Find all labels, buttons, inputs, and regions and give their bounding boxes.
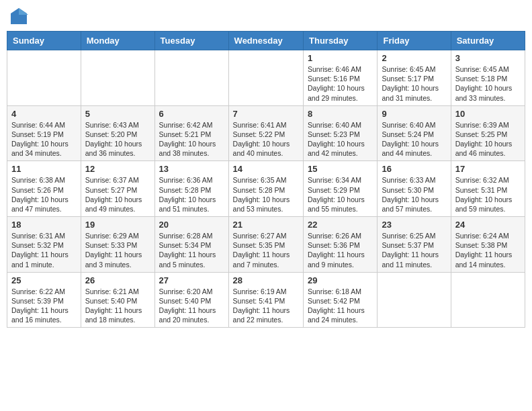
day-number: 1 <box>308 53 373 63</box>
day-info: Sunrise: 6:29 AM Sunset: 5:33 PM Dayligh… <box>85 231 150 269</box>
day-number: 20 <box>159 220 224 230</box>
day-number: 26 <box>85 275 150 285</box>
day-number: 25 <box>11 275 77 285</box>
day-info: Sunrise: 6:31 AM Sunset: 5:32 PM Dayligh… <box>11 231 77 269</box>
day-number: 9 <box>382 109 446 119</box>
day-number: 29 <box>308 275 373 285</box>
day-number: 14 <box>233 164 299 174</box>
day-info: Sunrise: 6:18 AM Sunset: 5:42 PM Dayligh… <box>308 287 373 325</box>
calendar-cell: 18Sunrise: 6:31 AM Sunset: 5:32 PM Dayli… <box>7 217 81 273</box>
day-info: Sunrise: 6:35 AM Sunset: 5:28 PM Dayligh… <box>233 175 299 214</box>
day-info: Sunrise: 6:25 AM Sunset: 5:37 PM Dayligh… <box>382 231 446 269</box>
day-info: Sunrise: 6:40 AM Sunset: 5:23 PM Dayligh… <box>308 120 373 158</box>
calendar-cell <box>154 50 228 106</box>
calendar-cell: 22Sunrise: 6:26 AM Sunset: 5:36 PM Dayli… <box>304 217 378 273</box>
day-number: 2 <box>382 53 446 63</box>
calendar-cell: 29Sunrise: 6:18 AM Sunset: 5:42 PM Dayli… <box>304 272 378 328</box>
calendar-cell: 11Sunrise: 6:38 AM Sunset: 5:26 PM Dayli… <box>7 161 81 217</box>
calendar-week-row: 1Sunrise: 6:46 AM Sunset: 5:16 PM Daylig… <box>7 50 525 106</box>
calendar-cell <box>7 50 81 106</box>
calendar-cell: 24Sunrise: 6:24 AM Sunset: 5:38 PM Dayli… <box>451 217 525 273</box>
column-header-friday: Friday <box>378 32 451 50</box>
calendar-cell: 9Sunrise: 6:40 AM Sunset: 5:24 PM Daylig… <box>378 105 451 161</box>
day-info: Sunrise: 6:39 AM Sunset: 5:25 PM Dayligh… <box>455 120 521 158</box>
calendar-cell: 8Sunrise: 6:40 AM Sunset: 5:23 PM Daylig… <box>304 105 378 161</box>
day-info: Sunrise: 6:26 AM Sunset: 5:36 PM Dayligh… <box>308 231 373 269</box>
day-info: Sunrise: 6:44 AM Sunset: 5:19 PM Dayligh… <box>11 120 77 158</box>
day-info: Sunrise: 6:33 AM Sunset: 5:30 PM Dayligh… <box>382 175 446 214</box>
day-info: Sunrise: 6:45 AM Sunset: 5:17 PM Dayligh… <box>382 64 446 103</box>
calendar-cell: 17Sunrise: 6:32 AM Sunset: 5:31 PM Dayli… <box>451 161 525 217</box>
day-number: 10 <box>455 109 521 119</box>
day-number: 6 <box>159 109 224 119</box>
calendar-cell: 21Sunrise: 6:27 AM Sunset: 5:35 PM Dayli… <box>228 217 303 273</box>
day-number: 7 <box>233 109 299 119</box>
calendar-cell: 25Sunrise: 6:22 AM Sunset: 5:39 PM Dayli… <box>7 272 81 328</box>
calendar-cell: 13Sunrise: 6:36 AM Sunset: 5:28 PM Dayli… <box>154 161 228 217</box>
calendar-cell: 23Sunrise: 6:25 AM Sunset: 5:37 PM Dayli… <box>378 217 451 273</box>
calendar-week-row: 18Sunrise: 6:31 AM Sunset: 5:32 PM Dayli… <box>7 217 525 273</box>
logo-icon <box>9 7 28 26</box>
day-number: 8 <box>308 109 373 119</box>
calendar-table: SundayMondayTuesdayWednesdayThursdayFrid… <box>7 31 525 328</box>
day-info: Sunrise: 6:21 AM Sunset: 5:40 PM Dayligh… <box>85 287 150 325</box>
calendar-cell <box>81 50 154 106</box>
day-number: 3 <box>455 53 521 63</box>
day-info: Sunrise: 6:27 AM Sunset: 5:35 PM Dayligh… <box>233 231 299 269</box>
calendar-week-row: 4Sunrise: 6:44 AM Sunset: 5:19 PM Daylig… <box>7 105 525 161</box>
column-header-monday: Monday <box>81 32 154 50</box>
day-info: Sunrise: 6:32 AM Sunset: 5:31 PM Dayligh… <box>455 175 521 214</box>
day-number: 21 <box>233 220 299 230</box>
day-number: 12 <box>85 164 150 174</box>
column-header-saturday: Saturday <box>451 32 525 50</box>
calendar-header-row: SundayMondayTuesdayWednesdayThursdayFrid… <box>7 32 525 50</box>
calendar-cell: 27Sunrise: 6:20 AM Sunset: 5:40 PM Dayli… <box>154 272 228 328</box>
calendar-cell: 19Sunrise: 6:29 AM Sunset: 5:33 PM Dayli… <box>81 217 154 273</box>
calendar-cell: 4Sunrise: 6:44 AM Sunset: 5:19 PM Daylig… <box>7 105 81 161</box>
day-number: 4 <box>11 109 77 119</box>
page-header <box>7 7 525 26</box>
day-number: 16 <box>382 164 446 174</box>
day-info: Sunrise: 6:40 AM Sunset: 5:24 PM Dayligh… <box>382 120 446 158</box>
calendar-cell: 2Sunrise: 6:45 AM Sunset: 5:17 PM Daylig… <box>378 50 451 106</box>
calendar-cell: 20Sunrise: 6:28 AM Sunset: 5:34 PM Dayli… <box>154 217 228 273</box>
calendar-cell <box>451 272 525 328</box>
calendar-cell: 10Sunrise: 6:39 AM Sunset: 5:25 PM Dayli… <box>451 105 525 161</box>
day-number: 13 <box>159 164 224 174</box>
calendar-cell <box>378 272 451 328</box>
calendar-cell: 15Sunrise: 6:34 AM Sunset: 5:29 PM Dayli… <box>304 161 378 217</box>
calendar-cell <box>228 50 303 106</box>
calendar-cell: 12Sunrise: 6:37 AM Sunset: 5:27 PM Dayli… <box>81 161 154 217</box>
calendar-week-row: 11Sunrise: 6:38 AM Sunset: 5:26 PM Dayli… <box>7 161 525 217</box>
day-number: 19 <box>85 220 150 230</box>
day-number: 27 <box>159 275 224 285</box>
column-header-thursday: Thursday <box>304 32 378 50</box>
calendar-cell: 3Sunrise: 6:45 AM Sunset: 5:18 PM Daylig… <box>451 50 525 106</box>
calendar-cell: 26Sunrise: 6:21 AM Sunset: 5:40 PM Dayli… <box>81 272 154 328</box>
day-info: Sunrise: 6:42 AM Sunset: 5:21 PM Dayligh… <box>159 120 224 158</box>
calendar-cell: 14Sunrise: 6:35 AM Sunset: 5:28 PM Dayli… <box>228 161 303 217</box>
day-info: Sunrise: 6:22 AM Sunset: 5:39 PM Dayligh… <box>11 287 77 325</box>
day-info: Sunrise: 6:20 AM Sunset: 5:40 PM Dayligh… <box>159 287 224 325</box>
day-number: 15 <box>308 164 373 174</box>
day-info: Sunrise: 6:28 AM Sunset: 5:34 PM Dayligh… <box>159 231 224 269</box>
calendar-cell: 6Sunrise: 6:42 AM Sunset: 5:21 PM Daylig… <box>154 105 228 161</box>
day-info: Sunrise: 6:43 AM Sunset: 5:20 PM Dayligh… <box>85 120 150 158</box>
calendar-cell: 16Sunrise: 6:33 AM Sunset: 5:30 PM Dayli… <box>378 161 451 217</box>
day-info: Sunrise: 6:38 AM Sunset: 5:26 PM Dayligh… <box>11 175 77 214</box>
day-number: 5 <box>85 109 150 119</box>
day-number: 22 <box>308 220 373 230</box>
day-info: Sunrise: 6:45 AM Sunset: 5:18 PM Dayligh… <box>455 64 521 103</box>
day-info: Sunrise: 6:19 AM Sunset: 5:41 PM Dayligh… <box>233 287 299 325</box>
calendar-cell: 1Sunrise: 6:46 AM Sunset: 5:16 PM Daylig… <box>304 50 378 106</box>
logo <box>9 7 31 26</box>
day-number: 24 <box>455 220 521 230</box>
day-number: 17 <box>455 164 521 174</box>
day-info: Sunrise: 6:34 AM Sunset: 5:29 PM Dayligh… <box>308 175 373 214</box>
day-info: Sunrise: 6:24 AM Sunset: 5:38 PM Dayligh… <box>455 231 521 269</box>
day-info: Sunrise: 6:41 AM Sunset: 5:22 PM Dayligh… <box>233 120 299 158</box>
calendar-week-row: 25Sunrise: 6:22 AM Sunset: 5:39 PM Dayli… <box>7 272 525 328</box>
column-header-wednesday: Wednesday <box>228 32 303 50</box>
day-number: 23 <box>382 220 446 230</box>
day-number: 11 <box>11 164 77 174</box>
